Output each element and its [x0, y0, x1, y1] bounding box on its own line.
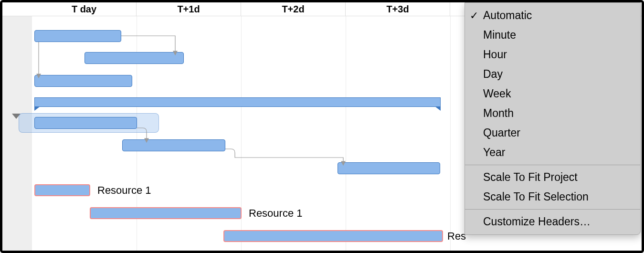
resource-label: Resource 1: [249, 207, 303, 220]
menu-item-automatic[interactable]: Automatic: [465, 6, 640, 25]
resource-bar[interactable]: [90, 207, 242, 219]
task-bar[interactable]: [122, 139, 225, 151]
menu-item-hour[interactable]: Hour: [465, 45, 640, 64]
resource-label: Res: [447, 230, 466, 242]
resource-bar[interactable]: [34, 184, 90, 196]
menu-item-month[interactable]: Month: [465, 104, 640, 123]
summary-bar[interactable]: [34, 97, 441, 107]
menu-item-fit-project[interactable]: Scale To Fit Project: [465, 168, 640, 187]
header-col-2[interactable]: T+2d: [241, 2, 346, 16]
menu-item-day[interactable]: Day: [465, 64, 640, 84]
menu-item-fit-selection[interactable]: Scale To Fit Selection: [465, 187, 640, 207]
menu-item-quarter[interactable]: Quarter: [465, 123, 640, 143]
task-bar-selected[interactable]: [34, 117, 137, 129]
menu-item-minute[interactable]: Minute: [465, 25, 640, 45]
task-bar[interactable]: [338, 162, 440, 174]
menu-item-year[interactable]: Year: [465, 143, 640, 162]
task-bar[interactable]: [34, 30, 121, 42]
task-bar[interactable]: [84, 52, 184, 64]
menu-item-week[interactable]: Week: [465, 84, 640, 104]
row-gutter: [2, 16, 32, 251]
task-bar[interactable]: [34, 75, 132, 87]
resource-bar[interactable]: [223, 230, 443, 242]
menu-separator: [465, 209, 640, 210]
menu-separator: [465, 165, 640, 165]
header-col-1[interactable]: T+1d: [137, 2, 241, 16]
header-col-0[interactable]: T day: [32, 2, 137, 16]
resource-label: Resource 1: [97, 184, 151, 197]
menu-item-customize-headers[interactable]: Customize Headers…: [465, 212, 640, 232]
header-col-3[interactable]: T+3d: [346, 2, 450, 16]
scale-menu: Automatic Minute Hour Day Week Month Qua…: [465, 2, 641, 235]
